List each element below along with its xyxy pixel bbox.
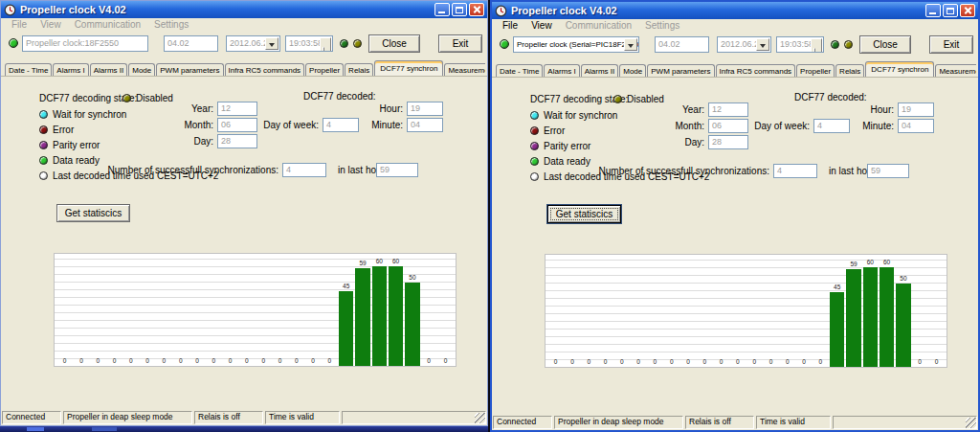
bar-value-label: 0 xyxy=(437,357,454,364)
tab-dcf77-synchron[interactable]: DCF77 synchron xyxy=(374,60,443,76)
last-hour-field[interactable]: 59 xyxy=(376,163,418,177)
tab-dcf77-synchron[interactable]: DCF77 synchron xyxy=(865,61,934,77)
time-field[interactable]: 19:03:58 xyxy=(285,35,333,52)
bar-value-label: 0 xyxy=(564,358,580,365)
close-window-icon[interactable] xyxy=(469,3,484,16)
chart-slot: 0 xyxy=(928,255,945,367)
chart-slot: 0 xyxy=(547,255,564,367)
decoded-day-field[interactable]: 28 xyxy=(217,134,257,148)
time-value: 19:03:58 xyxy=(289,38,323,48)
bar-value-label: 0 xyxy=(647,358,663,365)
tab-date-time[interactable]: Date - Time xyxy=(496,64,543,77)
close-button[interactable]: Close xyxy=(368,34,420,53)
minimize-icon[interactable] xyxy=(925,4,941,17)
tab-bar: Date - TimeAlarms IAlarms IIModePWM para… xyxy=(5,57,485,76)
maximize-icon[interactable] xyxy=(452,3,467,16)
tab-infra-rc5-commands[interactable]: Infra RC5 commands xyxy=(225,63,305,76)
menu-view[interactable]: View xyxy=(33,19,68,30)
menu-settings[interactable]: Settings xyxy=(147,19,195,30)
chart-slot: 0 xyxy=(697,255,713,367)
tab-alarms-i[interactable]: Alarms I xyxy=(53,63,88,76)
app-window: Propeller clock V4.02 FileViewCommunicat… xyxy=(490,0,980,432)
get-statistics-button[interactable]: Get statiscics xyxy=(547,205,621,223)
date-field[interactable]: 2012.06.28 xyxy=(226,35,280,52)
close-button[interactable]: Close xyxy=(859,35,911,54)
decoded-minute-field[interactable]: 04 xyxy=(898,119,934,133)
decoded-hour-field[interactable]: 19 xyxy=(407,102,443,116)
tab-alarms-ii[interactable]: Alarms II xyxy=(90,63,128,76)
resize-grip[interactable] xyxy=(475,413,485,423)
menu-file[interactable]: File xyxy=(496,20,524,31)
resize-grip[interactable] xyxy=(966,418,976,428)
dark-red-led-icon xyxy=(530,126,539,135)
sync-count-field[interactable]: 4 xyxy=(282,163,326,177)
combobox-dropdown-icon[interactable] xyxy=(624,38,637,51)
tab-measurements[interactable]: Measurements xyxy=(444,63,485,76)
status-panel: Propeller in deap sleep mode xyxy=(63,411,192,424)
date-field[interactable]: 2012.06.28 xyxy=(717,36,771,53)
tab-alarms-i[interactable]: Alarms I xyxy=(544,64,579,77)
spin-up-icon[interactable] xyxy=(320,37,331,52)
tab-date-time[interactable]: Date - Time xyxy=(5,63,52,76)
get-statistics-button[interactable]: Get statiscics xyxy=(56,204,130,222)
tab-relais[interactable]: Relais xyxy=(835,64,864,77)
taskbar-fragment[interactable] xyxy=(0,426,488,432)
status-bar: ConnectedPropeller in deap sleep modeRel… xyxy=(493,416,977,429)
chart-slot: 0 xyxy=(172,254,189,366)
menu-communication[interactable]: Communication xyxy=(68,19,147,30)
title-bar[interactable]: Propeller clock V4.02 xyxy=(492,2,978,19)
menu-view[interactable]: View xyxy=(524,20,559,31)
tab-relais[interactable]: Relais xyxy=(345,63,373,76)
tab-pwm-parameters[interactable]: PWM parameters xyxy=(156,63,223,76)
bar-value-label: 0 xyxy=(729,358,746,365)
exit-button[interactable]: Exit xyxy=(929,35,973,54)
menu-settings[interactable]: Settings xyxy=(638,20,686,31)
decoded-day-field[interactable]: 28 xyxy=(708,135,748,149)
date-dropdown-icon[interactable] xyxy=(265,37,278,50)
last-hour-field[interactable]: 59 xyxy=(867,164,909,178)
decoded-day_of_week-label: Day of week: xyxy=(722,121,810,131)
minimize-icon[interactable] xyxy=(434,3,450,16)
purple-led-icon xyxy=(530,142,539,150)
chart-slot: 60 xyxy=(388,254,404,366)
date-dropdown-icon[interactable] xyxy=(756,38,769,51)
title-bar[interactable]: Propeller clock V4.02 xyxy=(1,1,487,18)
tab-propeller[interactable]: Propeller xyxy=(796,64,835,77)
menu-communication[interactable]: Communication xyxy=(559,20,638,31)
version-field[interactable]: 04.02 xyxy=(655,36,709,53)
close-window-icon[interactable] xyxy=(960,4,975,17)
exit-button[interactable]: Exit xyxy=(438,34,482,53)
status-panel xyxy=(833,416,977,429)
time-spinner[interactable] xyxy=(320,37,331,50)
bar-value-label: 0 xyxy=(912,358,928,365)
menu-file[interactable]: File xyxy=(5,19,33,30)
decoded-hour-field[interactable]: 19 xyxy=(898,102,934,117)
dark-red-led-icon xyxy=(39,125,48,134)
tab-propeller[interactable]: Propeller xyxy=(305,63,344,76)
chart-bar xyxy=(880,267,894,367)
decoded-year-field[interactable]: 12 xyxy=(217,102,257,116)
tab-measurements[interactable]: Measurements xyxy=(935,64,976,77)
tab-mode[interactable]: Mode xyxy=(619,64,646,77)
time-field[interactable]: 19:03:58 xyxy=(776,36,824,53)
device-textbox[interactable]: Propeller clock:18F2550 xyxy=(22,35,148,52)
device-combobox-value: Propeller clock (Serial=PIC18F2550) xyxy=(517,40,639,49)
time-spinner[interactable] xyxy=(811,38,822,51)
tab-infra-rc5-commands[interactable]: Infra RC5 commands xyxy=(716,64,796,77)
chart-slot: 0 xyxy=(713,255,729,367)
tab-mode[interactable]: Mode xyxy=(128,63,155,76)
tab-alarms-ii[interactable]: Alarms II xyxy=(581,64,619,77)
bar-value-label: 0 xyxy=(663,358,679,365)
sync-count-field[interactable]: 4 xyxy=(773,164,817,178)
maximize-icon[interactable] xyxy=(943,4,958,17)
white-led-icon xyxy=(530,172,539,181)
app-window: Propeller clock V4.02 FileViewCommunicat… xyxy=(0,0,488,426)
version-field[interactable]: 04.02 xyxy=(164,35,218,52)
sync-history-chart: 00000000000000000455960605000 xyxy=(545,254,947,368)
decoded-minute-field[interactable]: 04 xyxy=(407,118,443,132)
status-led-olive-icon xyxy=(353,39,362,48)
device-combobox[interactable]: Propeller clock (Serial=PIC18F2550) xyxy=(513,36,639,53)
decoded-year-field[interactable]: 12 xyxy=(708,102,748,117)
tab-pwm-parameters[interactable]: PWM parameters xyxy=(647,64,714,77)
spin-up-icon[interactable] xyxy=(811,38,822,53)
